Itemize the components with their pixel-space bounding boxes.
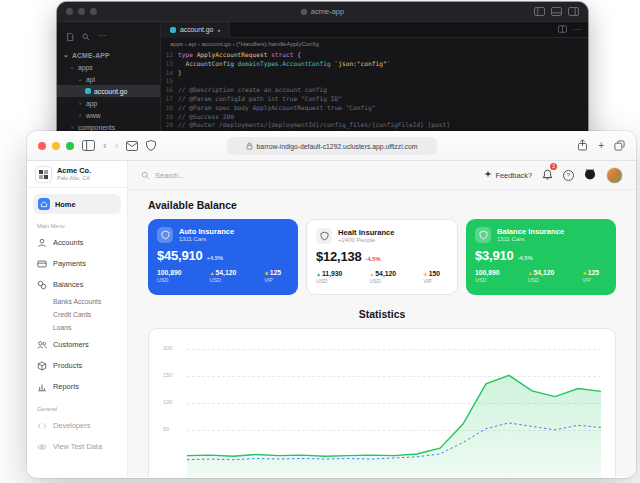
minimize-window-button[interactable] xyxy=(52,142,60,150)
card-stat: 100,890 USD xyxy=(157,269,182,283)
card-stat: ▲11,930 USD xyxy=(316,270,342,284)
forward-icon[interactable]: › xyxy=(115,140,119,151)
sidebar-item-balances[interactable]: Balances xyxy=(27,274,127,295)
card-stat: ★125 VIP xyxy=(264,269,281,283)
card-subtitle: 1311 Cars xyxy=(179,236,234,243)
code-line: type ApplyAccountRequest struct { xyxy=(178,51,301,60)
explorer-more-icon[interactable]: ⋯ xyxy=(98,32,106,40)
sidebar-item-label: Payments xyxy=(53,259,86,268)
sidebar-item-label: Accounts xyxy=(53,238,83,247)
line-number: 14 xyxy=(161,69,178,78)
dashboard: Available Balance Auto Insurance 1311 Ca… xyxy=(128,190,636,477)
window-controls xyxy=(66,8,97,15)
tree-item-label: components xyxy=(78,124,115,131)
sidebar-subitem-loans[interactable]: Loans xyxy=(27,321,127,334)
browser-window: ‹ › barrow-indigo-default-c1292.ucluster… xyxy=(27,131,636,478)
url-text: barrow-indigo-default-c1292.uclusters.ap… xyxy=(257,143,418,150)
sidebar-item-customers[interactable]: Customers xyxy=(27,334,127,355)
web-app: Acme Co. Palo Alto, CA Home Main Menu Ac… xyxy=(27,161,636,477)
avatar[interactable] xyxy=(606,167,623,184)
share-icon[interactable] xyxy=(577,137,588,155)
new-tab-icon[interactable]: + xyxy=(598,141,604,151)
new-file-icon[interactable] xyxy=(66,27,74,45)
insurance-card-icon xyxy=(475,227,491,243)
tree-item-account-go[interactable]: account.go xyxy=(57,85,160,97)
github-button[interactable] xyxy=(584,166,596,184)
help-button[interactable]: ? xyxy=(563,170,574,181)
card-delta: -4.5% xyxy=(518,255,533,261)
close-window-button[interactable] xyxy=(66,8,73,15)
zoom-window-button[interactable] xyxy=(66,142,74,150)
sidebar-subitem-banks-accounts[interactable]: Banks Accounts xyxy=(27,295,127,308)
star-icon: ★ xyxy=(582,270,586,276)
code-line: } xyxy=(178,69,182,78)
card-amount: $3,910 xyxy=(475,248,514,263)
search-icon[interactable] xyxy=(82,27,90,45)
sidebar-toggle-icon[interactable] xyxy=(82,140,95,151)
sidebar-item-payments[interactable]: Payments xyxy=(27,253,127,274)
chevron-down-icon: ⌄ xyxy=(77,75,83,83)
company-switcher[interactable]: Acme Co. Palo Alto, CA xyxy=(27,161,127,188)
sidebar-item-developers[interactable]: Developers xyxy=(27,415,127,436)
minimize-window-button[interactable] xyxy=(78,8,85,15)
tab-account-go[interactable]: account.go ● xyxy=(161,22,230,38)
tab-actions: ⋯ xyxy=(558,25,588,35)
privacy-shield-icon[interactable] xyxy=(146,140,156,151)
toggle-right-panel-icon[interactable] xyxy=(568,7,579,16)
statistics-chart: 200 150 100 50 xyxy=(148,328,616,477)
mail-icon[interactable] xyxy=(126,141,138,151)
chevron-right-icon: › xyxy=(77,100,83,107)
card-auto-insurance: Auto Insurance 1311 Cars $45,910 +4.5% xyxy=(148,219,298,295)
sidebar-item-products[interactable]: Products xyxy=(27,355,127,376)
split-editor-icon[interactable] xyxy=(558,25,567,35)
card-title: Balance Insurance xyxy=(497,227,564,236)
code-line: AccountConfig domainTypes.AccountConfig … xyxy=(178,60,390,69)
tree-item-apps[interactable]: ⌄ apps xyxy=(57,61,160,73)
notification-badge: 3 xyxy=(550,163,557,170)
close-window-button[interactable] xyxy=(38,142,46,150)
code-line: // @Param spec body ApplyAccountRequest … xyxy=(178,104,375,113)
notifications-button[interactable]: 3 xyxy=(542,166,553,184)
code-icon xyxy=(37,421,47,431)
user-icon xyxy=(37,238,47,248)
code-line: // @Success 200 xyxy=(178,113,234,122)
breadcrumb[interactable]: apps › api › account.go › (*Handlers).ha… xyxy=(161,38,588,49)
sidebar-item-reports[interactable]: Reports xyxy=(27,376,127,397)
tab-more-icon[interactable]: ⋯ xyxy=(573,25,581,34)
chart-plot-area xyxy=(187,341,601,477)
feedback-button[interactable]: Feedback? xyxy=(484,170,532,180)
insurance-card-icon xyxy=(157,227,173,243)
tree-item-www[interactable]: › www xyxy=(57,109,160,121)
arrow-up-icon: ▲ xyxy=(369,271,374,277)
company-location: Palo Alto, CA xyxy=(57,175,91,181)
card-stat: ▲54,120 USD xyxy=(369,270,396,284)
topbar-actions: Feedback? 3 ? xyxy=(484,166,623,184)
back-icon[interactable]: ‹ xyxy=(103,140,107,151)
toggle-bottom-panel-icon[interactable] xyxy=(551,7,562,16)
tabs-overview-icon[interactable] xyxy=(614,137,625,155)
users-icon xyxy=(37,340,47,350)
address-bar[interactable]: barrow-indigo-default-c1292.uclusters.ap… xyxy=(227,137,437,155)
sidebar-item-accounts[interactable]: Accounts xyxy=(27,232,127,253)
sidebar-subitem-credit-cards[interactable]: Credit Cards xyxy=(27,308,127,321)
code-line: // @Param configId path int true "Config… xyxy=(178,95,342,104)
home-icon xyxy=(38,198,50,210)
app-topbar: Feedback? 3 ? xyxy=(128,161,636,190)
sidebar-item-label: View Test Data xyxy=(53,442,102,451)
bar-chart-icon xyxy=(37,382,47,392)
card-delta: +4.5% xyxy=(207,255,224,261)
y-tick-label: 200 xyxy=(163,345,172,351)
card-title: Healt Insurance xyxy=(338,228,395,237)
insurance-card-icon xyxy=(316,228,332,244)
tree-item-app[interactable]: › app xyxy=(57,97,160,109)
go-file-icon xyxy=(85,88,91,94)
card-stat: ▲54,120 USD xyxy=(210,269,237,283)
toggle-left-panel-icon[interactable] xyxy=(534,7,545,16)
zoom-window-button[interactable] xyxy=(90,8,97,15)
sidebar-item-home[interactable]: Home xyxy=(33,194,121,214)
search-input[interactable] xyxy=(155,171,285,180)
line-number: 16 xyxy=(161,86,178,95)
tree-item-api[interactable]: ⌄ api xyxy=(57,73,160,85)
sidebar-item-view-test-data[interactable]: View Test Data xyxy=(27,436,127,457)
project-root-item[interactable]: ⌄ ACME-APP xyxy=(57,49,160,61)
